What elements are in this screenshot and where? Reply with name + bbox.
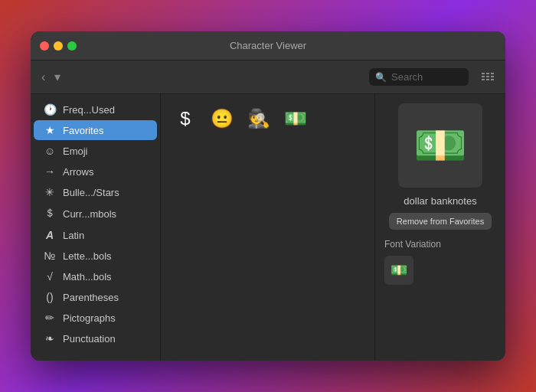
font-variation-cell[interactable]: 💵: [384, 256, 413, 285]
sidebar-item-label: Curr...mbols: [63, 208, 116, 220]
character-grid: $ 😐 🕵 💵: [161, 94, 375, 361]
svg-rect-7: [486, 79, 489, 80]
svg-rect-8: [491, 79, 494, 80]
sidebar-item-label: Lette...bols: [63, 250, 112, 262]
grid-view-button[interactable]: [479, 68, 498, 87]
search-input[interactable]: [391, 71, 460, 83]
sidebar-item-label: Punctuation: [63, 333, 116, 345]
back-button[interactable]: ‹: [38, 69, 48, 86]
maximize-button[interactable]: [67, 41, 77, 51]
window-title: Character Viewer: [230, 40, 306, 51]
emoji-icon: ☺: [43, 145, 57, 157]
detail-name: dollar banknotes: [404, 195, 476, 207]
sidebar: 🕐 Freq...Used ★ Favorites ☺ Emoji → Arro…: [31, 94, 161, 361]
sidebar-item-label: Bulle.../Stars: [63, 187, 119, 198]
detail-panel: 💵 dollar banknotes Remove from Favorites…: [375, 94, 505, 361]
sidebar-item-arrows[interactable]: → Arrows: [34, 162, 157, 181]
sidebar-item-letterlike[interactable]: № Lette...bols: [34, 246, 157, 266]
traffic-lights: [40, 41, 77, 51]
svg-rect-6: [482, 79, 485, 80]
sqrt-icon: √: [43, 270, 57, 283]
sidebar-item-punctuation[interactable]: ❧ Punctuation: [34, 328, 157, 348]
sidebar-item-math[interactable]: √ Math...bols: [34, 266, 157, 286]
sidebar-item-label: Emoji: [63, 145, 88, 157]
toolbar: ‹ ▾ 🔍: [31, 60, 505, 94]
titlebar: Character Viewer: [31, 31, 505, 60]
char-cell-detective[interactable]: 🕵: [242, 102, 276, 136]
sidebar-item-currency[interactable]: ＄ Curr...mbols: [34, 203, 157, 224]
main-content: 🕐 Freq...Used ★ Favorites ☺ Emoji → Arro…: [31, 94, 505, 361]
char-cell-banknotes[interactable]: 💵: [279, 102, 312, 136]
font-variation-label: Font Variation: [384, 239, 441, 250]
sidebar-item-freq-used[interactable]: 🕐 Freq...Used: [34, 100, 157, 119]
sidebar-item-favorites[interactable]: ★ Favorites: [34, 120, 157, 140]
character-viewer-window: Character Viewer ‹ ▾ 🔍: [31, 31, 505, 361]
arrow-icon: →: [43, 165, 57, 178]
close-button[interactable]: [40, 41, 49, 51]
sidebar-item-emoji[interactable]: ☺ Emoji: [34, 141, 157, 161]
detail-preview: 💵: [398, 103, 482, 188]
nav-buttons: ‹ ▾: [38, 68, 64, 86]
minimize-button[interactable]: [54, 41, 63, 51]
sidebar-item-label: Latin: [63, 230, 84, 241]
pencil-icon: ✏: [43, 312, 57, 324]
latin-icon: A: [43, 229, 57, 241]
svg-rect-1: [486, 73, 489, 74]
sidebar-item-parentheses[interactable]: () Parentheses: [34, 287, 157, 307]
punct-icon: ❧: [43, 332, 57, 345]
svg-rect-4: [486, 76, 489, 77]
sidebar-item-label: Math...bols: [63, 271, 112, 283]
char-cell-neutral-face[interactable]: 😐: [205, 102, 239, 136]
search-box[interactable]: 🔍: [369, 68, 469, 86]
dollar-icon: ＄: [43, 207, 57, 220]
svg-rect-5: [491, 76, 494, 77]
asterisk-icon: ✳: [43, 186, 57, 198]
search-icon: 🔍: [375, 72, 387, 83]
sidebar-item-pictographs[interactable]: ✏ Pictographs: [34, 308, 157, 328]
svg-rect-0: [482, 73, 485, 74]
detail-char: 💵: [413, 120, 467, 171]
dropdown-button[interactable]: ▾: [51, 68, 64, 86]
svg-rect-3: [482, 76, 485, 77]
char-cell-dollar[interactable]: $: [168, 102, 202, 136]
sidebar-item-label: Favorites: [63, 125, 103, 136]
sidebar-item-bullets-stars[interactable]: ✳ Bulle.../Stars: [34, 182, 157, 202]
remove-from-favorites-button[interactable]: Remove from Favorites: [389, 213, 492, 230]
sidebar-item-label: Pictographs: [63, 312, 116, 324]
sidebar-item-label: Arrows: [63, 166, 93, 178]
clock-icon: 🕐: [43, 103, 57, 116]
sidebar-item-latin[interactable]: A Latin: [34, 225, 157, 245]
sidebar-item-label: Freq...Used: [63, 104, 115, 116]
parens-icon: (): [43, 291, 57, 303]
svg-rect-2: [491, 73, 494, 74]
letterlike-icon: №: [43, 250, 57, 262]
star-icon: ★: [43, 124, 57, 136]
sidebar-item-label: Parentheses: [63, 292, 119, 303]
font-variation-grid: 💵: [384, 256, 413, 285]
